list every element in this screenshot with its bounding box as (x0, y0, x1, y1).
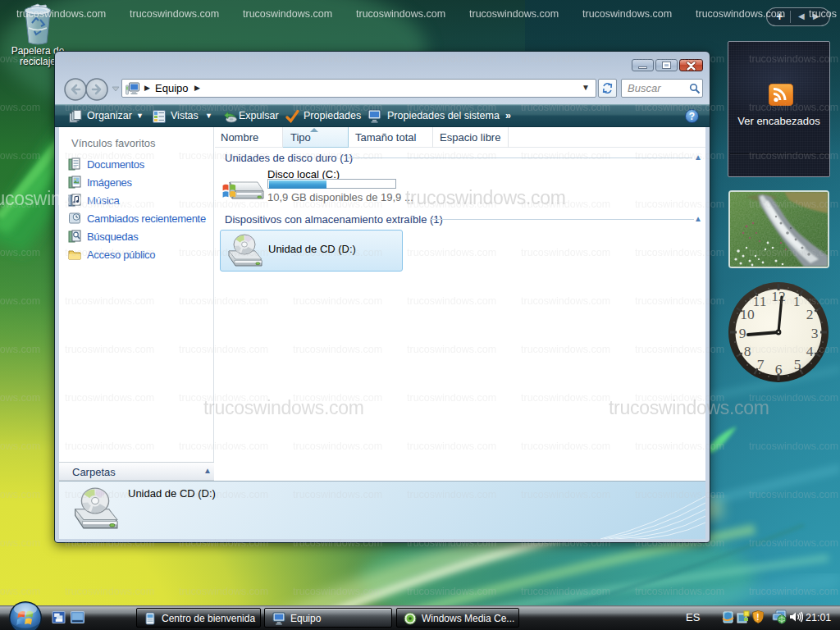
svg-text:3: 3 (811, 325, 819, 341)
svg-text:!: ! (756, 613, 759, 622)
svg-text:7: 7 (757, 356, 765, 372)
svg-text:4: 4 (806, 343, 814, 359)
svg-text:11: 11 (753, 293, 767, 309)
svg-text:2: 2 (806, 306, 814, 322)
svg-text:9: 9 (739, 325, 746, 341)
svg-text:8: 8 (744, 343, 751, 359)
